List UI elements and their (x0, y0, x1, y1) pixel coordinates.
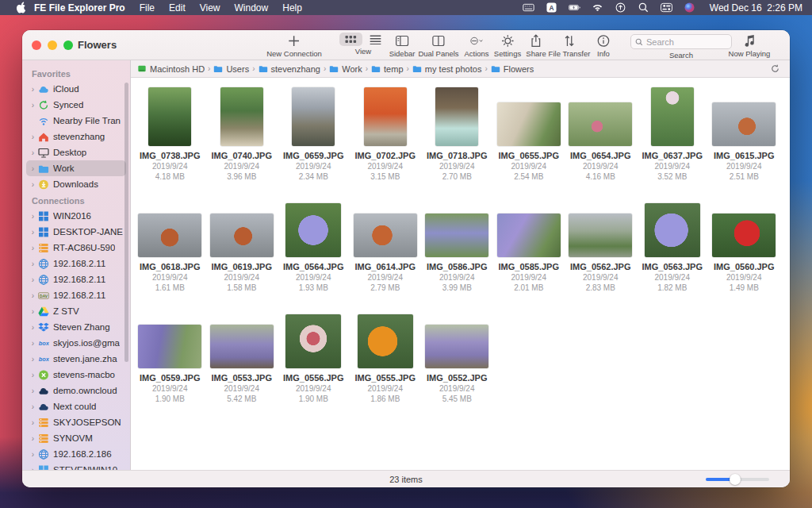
file-item[interactable]: IMG_0552.JPG2019/9/245.45 MB (421, 306, 493, 418)
sidebar-item-desktop-jane[interactable]: ›DESKTOP-JANE (26, 224, 126, 240)
file-transfer-button[interactable]: File Transfer (549, 33, 591, 58)
chevron-right-icon[interactable]: › (29, 323, 36, 332)
chevron-right-icon[interactable]: › (29, 418, 36, 427)
file-thumbnail[interactable] (285, 314, 341, 368)
sidebar-item-skyjos-ios-gma[interactable]: ›boxskyjos.ios@gma (26, 335, 126, 351)
info-button[interactable]: Info (597, 33, 611, 58)
sidebar-item-win2016[interactable]: ›WIN2016 (26, 208, 126, 224)
file-thumbnail[interactable] (497, 214, 561, 257)
settings-button[interactable]: Settings (494, 33, 521, 58)
chevron-right-icon[interactable]: › (29, 101, 36, 110)
file-item[interactable]: IMG_0553.JPG2019/9/245.42 MB (206, 306, 278, 418)
chevron-right-icon[interactable]: › (29, 291, 36, 300)
dual-panels-button[interactable]: Dual Panels (418, 33, 458, 58)
menubar-app-name[interactable]: FE File Explorer Pro (34, 2, 125, 13)
refresh-button[interactable] (766, 63, 783, 75)
file-item[interactable]: IMG_0615.JPG2019/9/242.51 MB (708, 84, 780, 195)
sidebar-item-stevens-macbo[interactable]: ›stevens-macbo (26, 367, 126, 383)
sidebar-item-desktop[interactable]: ›Desktop (26, 144, 126, 160)
file-item[interactable]: IMG_0618.JPG2019/9/241.61 MB (134, 195, 206, 306)
menu-edit[interactable]: Edit (169, 2, 186, 13)
sidebar-item-demo-owncloud[interactable]: ›demo.owncloud (26, 383, 126, 398)
file-thumbnail[interactable] (645, 203, 700, 257)
chevron-right-icon[interactable]: › (29, 212, 36, 221)
chevron-right-icon[interactable]: › (29, 228, 36, 237)
apple-menu-icon[interactable] (16, 2, 26, 13)
file-item[interactable]: IMG_0659.JPG2019/9/242.34 MB (278, 84, 350, 195)
sidebar-item-icloud[interactable]: ›iCloud (26, 81, 126, 97)
sidebar-item-steven-zhang[interactable]: ›Steven Zhang (26, 319, 126, 335)
file-thumbnail[interactable] (364, 87, 407, 146)
sidebar-item-rt-ac86u-590[interactable]: ›RT-AC86U-590 (26, 240, 126, 256)
file-thumbnail[interactable] (358, 314, 413, 368)
chevron-right-icon[interactable]: › (29, 387, 36, 395)
chevron-right-icon[interactable]: › (29, 244, 36, 252)
file-item[interactable]: IMG_0586.JPG2019/9/243.99 MB (421, 195, 493, 306)
file-item[interactable]: IMG_0564.JPG2019/9/241.93 MB (278, 195, 350, 306)
file-thumbnail[interactable] (425, 214, 488, 257)
now-playing-button[interactable]: Now Playing (729, 33, 771, 58)
file-thumbnail[interactable] (292, 87, 335, 146)
sidebar-item-stevenwin10[interactable]: ›STEVENWIN10 (26, 462, 126, 470)
file-item[interactable]: IMG_0718.JPG2019/9/242.70 MB (421, 84, 493, 195)
file-item[interactable]: IMG_0655.JPG2019/9/242.54 MB (493, 84, 565, 195)
sidebar-item-192-168-2-11[interactable]: ›DAV192.168.2.11 (26, 287, 126, 303)
menubar-clock[interactable]: Wed Dec 16 2:26 PM (710, 2, 802, 13)
chevron-right-icon[interactable]: › (29, 307, 36, 316)
chevron-right-icon[interactable]: › (29, 164, 36, 173)
file-item[interactable]: IMG_0555.JPG2019/9/241.86 MB (350, 306, 422, 418)
breadcrumb-stevenzhang[interactable]: stevenzhang (259, 64, 320, 74)
file-thumbnail[interactable] (210, 214, 274, 257)
file-thumbnail[interactable] (354, 214, 417, 257)
grid-view-button[interactable] (339, 33, 362, 46)
file-thumbnail[interactable] (285, 203, 341, 257)
chevron-right-icon[interactable]: › (29, 148, 36, 157)
actions-button[interactable]: Actions (464, 33, 488, 58)
sidebar-item-skyjosepson[interactable]: ›SKYJOSEPSON (26, 414, 126, 430)
menu-file[interactable]: File (140, 2, 155, 13)
file-item[interactable]: IMG_0654.JPG2019/9/244.16 MB (565, 84, 637, 195)
chevron-right-icon[interactable]: › (29, 434, 36, 443)
file-thumbnail[interactable] (138, 325, 201, 368)
breadcrumb-users[interactable]: Users (213, 64, 249, 74)
file-thumbnail[interactable] (220, 87, 263, 146)
chevron-right-icon[interactable]: › (29, 339, 36, 348)
minimize-button[interactable] (48, 40, 57, 50)
chevron-right-icon[interactable]: › (29, 371, 36, 379)
file-thumbnail[interactable] (651, 87, 694, 146)
search-field[interactable] (630, 34, 732, 49)
file-thumbnail[interactable] (148, 87, 191, 146)
breadcrumb-my-test-photos[interactable]: my test photos (412, 64, 482, 74)
list-view-button[interactable] (364, 33, 387, 46)
control-center-icon[interactable] (661, 2, 673, 13)
file-item[interactable]: IMG_0563.JPG2019/9/241.82 MB (637, 195, 709, 306)
software-update-icon[interactable] (615, 2, 627, 13)
file-item[interactable]: IMG_0738.JPG2019/9/244.18 MB (134, 84, 206, 195)
breadcrumb-temp[interactable]: temp (371, 64, 403, 74)
zoom-button[interactable] (63, 40, 73, 50)
file-item[interactable]: IMG_0559.JPG2019/9/241.90 MB (134, 306, 206, 418)
input-source-icon[interactable]: A (546, 2, 558, 13)
file-item[interactable]: IMG_0614.JPG2019/9/242.79 MB (350, 195, 422, 306)
sidebar-item-synced[interactable]: ›Synced (26, 97, 126, 113)
keyboard-icon[interactable] (523, 2, 535, 13)
sidebar-scrollbar[interactable] (124, 83, 128, 362)
chevron-right-icon[interactable]: › (29, 85, 36, 94)
file-thumbnail[interactable] (497, 102, 561, 146)
breadcrumb-work[interactable]: Work (329, 64, 362, 74)
search-input[interactable] (646, 37, 727, 47)
sidebar-item-192-168-2-11[interactable]: ›192.168.2.11 (26, 271, 126, 287)
sidebar-item-work[interactable]: ›Work (26, 160, 126, 176)
chevron-right-icon[interactable]: › (29, 260, 36, 268)
file-item[interactable]: IMG_0702.JPG2019/9/243.15 MB (350, 84, 422, 195)
file-thumbnail[interactable] (569, 214, 632, 257)
sidebar-item-nearby-file-tran[interactable]: Nearby File Tran (26, 113, 126, 129)
close-button[interactable] (32, 40, 41, 50)
menu-window[interactable]: Window (235, 2, 269, 13)
file-item[interactable]: IMG_0560.JPG2019/9/241.49 MB (708, 195, 780, 306)
file-item[interactable]: IMG_0637.JPG2019/9/243.52 MB (637, 84, 709, 195)
thumbnail-size-slider[interactable] (706, 478, 769, 481)
sidebar-item-downloads[interactable]: ›Downloads (26, 176, 126, 192)
search-icon[interactable] (638, 2, 650, 13)
sidebar-item-192-168-2-186[interactable]: ›192.168.2.186 (26, 446, 126, 462)
